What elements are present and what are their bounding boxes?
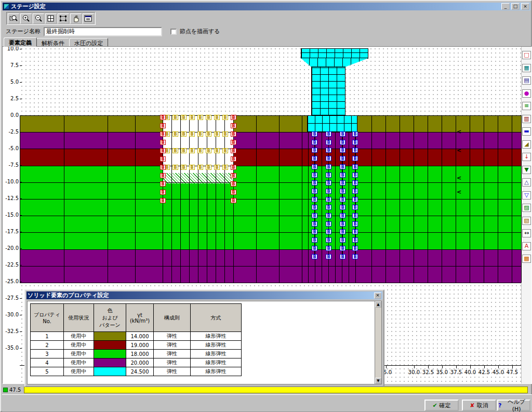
property-row[interactable]: 4使用中20.000弾性線形弾性 [31, 358, 242, 367]
text-label-icon[interactable]: A [522, 242, 531, 250]
x-axis-label: 37.5 [449, 369, 463, 375]
boundary-arrow-icon: < [457, 189, 461, 195]
pile-beam-marker: B [352, 205, 358, 210]
dialog-scrollbar[interactable]: ▲ ▼ [375, 301, 381, 384]
strut-beam-marker: B [181, 165, 187, 170]
property-row[interactable]: 3使用中18.000弾性線形弾性 [31, 350, 242, 358]
dialog-titlebar[interactable]: ソリッド要素のプロパティ設定 × [26, 291, 382, 299]
zoom-fit-icon[interactable] [45, 14, 57, 24]
pile-beam-marker: B [340, 148, 345, 153]
water-level-icon[interactable]: ▽ [522, 191, 531, 200]
law-cell: 弾性 [154, 358, 191, 367]
anchor-element-icon[interactable]: ◢ [522, 140, 531, 149]
color-swatch[interactable] [94, 358, 126, 367]
tab-analysis-conditions[interactable]: 解析条件 [36, 38, 70, 47]
strut-element-icon[interactable]: ▬ [522, 127, 531, 136]
window-titlebar[interactable]: ステージ設定 _ □ × [3, 3, 530, 10]
wall-beam-marker: B [231, 148, 236, 153]
x-axis-label: 42.5 [477, 369, 491, 375]
x-tick-mark [512, 365, 513, 368]
wall-beam-marker: B [231, 156, 236, 162]
wall-beam-marker: B [231, 131, 236, 137]
minimize-button[interactable]: _ [501, 3, 510, 10]
sheet-pile-icon[interactable]: ▥ [522, 115, 531, 123]
x-icon: ✘ [470, 402, 474, 409]
property-row[interactable]: 1使用中14.000弾性線形弾性 [31, 332, 242, 341]
y-tick-mark [20, 298, 22, 299]
strut-beam-marker: B [197, 115, 203, 120]
mesh-h-line [20, 149, 521, 149]
property-table: プロパティNo.使用状況色 および パターンγt (kN/m³)構成則方式 1使… [30, 303, 242, 376]
pile-beam-marker: B [326, 164, 331, 169]
tab-water-pressure[interactable]: 水圧の設定 [69, 38, 108, 47]
print-preview-icon[interactable] [83, 14, 94, 24]
property-row[interactable]: 2使用中19.000弾性線形弾性 [31, 341, 242, 350]
wall-beam-marker: B [231, 198, 236, 203]
tab-strip: 要素定義解析条件水圧の設定 [3, 37, 530, 47]
zoom-window-icon[interactable] [8, 14, 19, 24]
color-swatch[interactable] [94, 350, 126, 358]
backfill-icon[interactable]: ▧ [522, 217, 531, 225]
confirm-button[interactable]: ✔ 確定 [424, 400, 459, 411]
y-axis-label: -32.5 [3, 329, 19, 334]
column-header: 構成則 [154, 304, 191, 332]
color-swatch[interactable] [94, 332, 126, 341]
tab-element-definition[interactable]: 要素定義 [4, 37, 37, 47]
strut-beam-marker: B [189, 115, 195, 120]
point-load-icon[interactable]: ↓ [522, 153, 531, 161]
node-icon[interactable]: ● [522, 89, 531, 98]
wall-beam-marker: B [160, 181, 166, 187]
gamma-cell: 18.000 [126, 350, 154, 358]
color-swatch[interactable] [94, 341, 126, 350]
scroll-down-icon[interactable]: ▼ [375, 378, 381, 384]
strut-beam-marker: B [214, 115, 220, 120]
zoom-marquee-icon[interactable] [58, 14, 69, 24]
strut-beam-marker: B [222, 131, 228, 137]
close-button[interactable]: × [521, 3, 529, 10]
pattern-fill-icon[interactable]: ▩ [522, 255, 531, 263]
select-region-icon[interactable]: □ [522, 51, 531, 59]
excavation-icon[interactable]: ▨ [522, 204, 531, 212]
y-tick-mark [20, 49, 22, 49]
maximize-button[interactable]: □ [511, 3, 520, 10]
color-swatch[interactable] [94, 367, 126, 376]
pier-flange [301, 48, 368, 59]
distributed-load-icon[interactable]: ▼ [522, 166, 531, 174]
x-tick-mark [414, 365, 415, 368]
method-cell: 線形弾性 [191, 332, 242, 341]
dialog-close-icon[interactable]: × [374, 293, 381, 299]
help-button[interactable]: ? ヘルプ(H) [497, 400, 530, 411]
zoom-in-icon[interactable] [20, 14, 32, 24]
solid-element-icon[interactable]: ▦ [522, 64, 531, 72]
support-boundary-icon[interactable]: △ [522, 178, 531, 187]
x-tick-mark [428, 365, 429, 368]
spring-element-icon[interactable]: ≡ [522, 102, 531, 110]
measure-icon[interactable]: ↔ [522, 229, 531, 237]
mesh-v-line [308, 115, 309, 283]
x-axis-label: 30.0 [407, 369, 421, 375]
pile-beam-marker: B [352, 221, 358, 227]
pile-beam-marker: B [312, 180, 317, 185]
pile-beam-marker: B [326, 246, 331, 251]
scroll-up-icon[interactable]: ▲ [375, 301, 381, 308]
pan-hand-icon[interactable] [70, 14, 82, 24]
property-row[interactable]: 5使用中24.500弾性線形弾性 [31, 367, 242, 376]
pile-beam-marker: B [340, 189, 345, 194]
y-axis-label: -7.5 [3, 163, 19, 168]
y-axis-label: -12.5 [3, 196, 19, 201]
cancel-button[interactable]: ✘ 取消 [462, 400, 496, 411]
draw-nodes-checkbox[interactable] [170, 29, 177, 35]
strut-beam-marker: B [172, 165, 178, 170]
beam-element-icon[interactable]: ▤ [522, 76, 531, 85]
stage-name-input[interactable] [44, 27, 162, 36]
x-axis-label: 47.5 [506, 369, 519, 375]
wall-beam-marker: B [231, 165, 236, 170]
pile-beam-marker: B [340, 180, 345, 185]
method-cell: 線形弾性 [191, 350, 242, 358]
pile-beam-marker: B [312, 254, 317, 259]
pile-beam-marker: B [352, 213, 358, 218]
pile-beam-marker: B [352, 156, 358, 161]
property-no-cell: 1 [31, 332, 64, 341]
pile-beam-marker: B [352, 237, 358, 243]
zoom-out-icon[interactable] [33, 14, 44, 24]
